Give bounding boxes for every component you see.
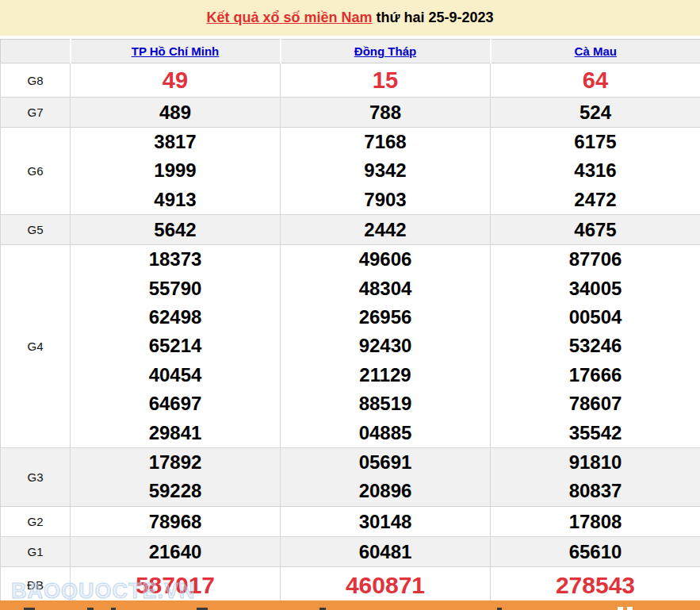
prize-number: 49606	[281, 245, 490, 274]
prize-number: 21640	[71, 537, 280, 566]
prize-number: 7168	[281, 128, 490, 156]
cell-g1-hcm: 21640	[71, 536, 281, 566]
cutoff-glyph-fragment	[618, 607, 623, 610]
cell-g1-cm: 65610	[491, 536, 700, 566]
cell-g4-hcm: 18373 55790 62498 65214 40454 64697 2984…	[71, 245, 281, 448]
prize-number: 2472	[491, 186, 700, 214]
prize-number: 62498	[71, 303, 280, 332]
cell-g8-hcm: 49	[71, 63, 281, 98]
prize-number: 30148	[281, 507, 490, 536]
lottery-results-page: Kết quả xổ số miền Nam thứ hai 25-9-2023…	[0, 0, 700, 610]
cell-db-hcm: 587017	[71, 566, 281, 604]
prize-number: 35542	[491, 419, 700, 447]
prize-number: 1999	[71, 156, 280, 185]
prize-number: 4913	[71, 186, 280, 214]
prize-row-db: ĐB 587017 460871 278543	[1, 566, 700, 604]
prize-number: 9342	[281, 156, 490, 185]
prize-number: 88519	[281, 389, 490, 418]
prize-number: 78607	[491, 389, 700, 418]
prize-number: 49	[71, 63, 280, 97]
prize-number: 278543	[491, 567, 700, 604]
cell-db-cm: 278543	[491, 566, 700, 604]
prize-number: 64697	[71, 389, 280, 418]
cell-g5-hcm: 5642	[71, 215, 281, 245]
prize-number: 7903	[281, 186, 490, 214]
prize-label: G6	[1, 128, 71, 215]
prize-number: 524	[491, 98, 700, 127]
prize-number: 3817	[71, 128, 280, 156]
prize-number: 92430	[281, 332, 490, 360]
prize-number: 87706	[491, 245, 700, 274]
cell-g3-dt: 05691 20896	[281, 447, 491, 506]
prize-number: 17892	[71, 448, 280, 477]
prize-row-g7: G7 489 788 524	[1, 98, 700, 128]
prize-number: 17808	[491, 507, 700, 536]
prize-number: 48304	[281, 274, 490, 303]
prize-number: 6175	[491, 128, 700, 156]
cell-g8-dt: 15	[281, 63, 491, 98]
corner-cell	[1, 40, 71, 63]
prize-row-g2: G2 78968 30148 17808	[1, 506, 700, 536]
prize-number: 4675	[491, 215, 700, 244]
bottom-orange-bar	[0, 600, 700, 610]
prize-number: 29841	[71, 419, 280, 447]
cell-g2-dt: 30148	[281, 506, 491, 536]
title-link[interactable]: Kết quả xổ số miền Nam	[206, 10, 372, 25]
prize-number: 5642	[71, 215, 280, 244]
prize-number: 65610	[491, 537, 700, 566]
prize-number: 460871	[281, 567, 490, 604]
prize-label: G2	[1, 506, 71, 536]
prize-number: 587017	[71, 567, 280, 604]
province-link-hcm[interactable]: TP Hồ Chí Minh	[132, 44, 220, 58]
cell-g4-cm: 87706 34005 00504 53246 17666 78607 3554…	[491, 245, 700, 448]
prize-number: 59228	[71, 477, 280, 505]
prize-number: 26956	[281, 303, 490, 332]
column-header-dongthap: Đồng Tháp	[281, 40, 491, 63]
prize-label: G4	[1, 245, 71, 448]
cell-g3-cm: 91810 80837	[491, 447, 700, 506]
prize-label: ĐB	[1, 566, 71, 604]
prize-row-g5: G5 5642 2442 4675	[1, 215, 700, 245]
province-link-camau[interactable]: Cà Mau	[575, 44, 617, 58]
prize-number: 21129	[281, 361, 490, 389]
cell-g7-cm: 524	[491, 98, 700, 128]
prize-number: 788	[281, 98, 490, 127]
prize-number: 05691	[281, 448, 490, 477]
cell-g6-dt: 7168 9342 7903	[281, 128, 491, 215]
prize-number: 91810	[491, 448, 700, 477]
prize-number: 64	[491, 63, 700, 97]
prize-number: 17666	[491, 361, 700, 389]
results-table: TP Hồ Chí Minh Đồng Tháp Cà Mau G8 49 15…	[0, 39, 700, 604]
prize-number: 40454	[71, 361, 280, 389]
prize-number: 489	[71, 98, 280, 127]
title-date: thứ hai 25-9-2023	[372, 10, 493, 25]
cell-g4-dt: 49606 48304 26956 92430 21129 88519 0488…	[281, 245, 491, 448]
cell-g6-cm: 6175 4316 2472	[491, 128, 700, 215]
prize-number: 60481	[281, 537, 490, 566]
prize-number: 15	[281, 63, 490, 97]
cell-g5-dt: 2442	[281, 215, 491, 245]
province-link-dongthap[interactable]: Đồng Tháp	[354, 44, 416, 58]
prize-label: G5	[1, 215, 71, 245]
prize-number: 20896	[281, 477, 490, 505]
prize-row-g6: G6 3817 1999 4913 7168 9342 7903 6175 43…	[1, 128, 700, 215]
column-header-hcm: TP Hồ Chí Minh	[71, 40, 281, 63]
cell-g6-hcm: 3817 1999 4913	[71, 128, 281, 215]
prize-label: G1	[1, 536, 71, 566]
cell-g8-cm: 64	[491, 63, 700, 98]
column-header-row: TP Hồ Chí Minh Đồng Tháp Cà Mau	[1, 40, 700, 63]
prize-number: 80837	[491, 477, 700, 505]
cell-g1-dt: 60481	[281, 536, 491, 566]
prize-row-g3: G3 17892 59228 05691 20896 91810 80837	[1, 447, 700, 506]
prize-number: 53246	[491, 332, 700, 360]
prize-label: G8	[1, 63, 71, 98]
column-header-camau: Cà Mau	[491, 40, 700, 63]
prize-label: G7	[1, 98, 71, 128]
prize-row-g1: G1 21640 60481 65610	[1, 536, 700, 566]
prize-number: 4316	[491, 156, 700, 185]
cell-g7-hcm: 489	[71, 98, 281, 128]
prize-number: 00504	[491, 303, 700, 332]
page-title: Kết quả xổ số miền Nam thứ hai 25-9-2023	[0, 0, 700, 36]
prize-number: 34005	[491, 274, 700, 303]
cell-g5-cm: 4675	[491, 215, 700, 245]
